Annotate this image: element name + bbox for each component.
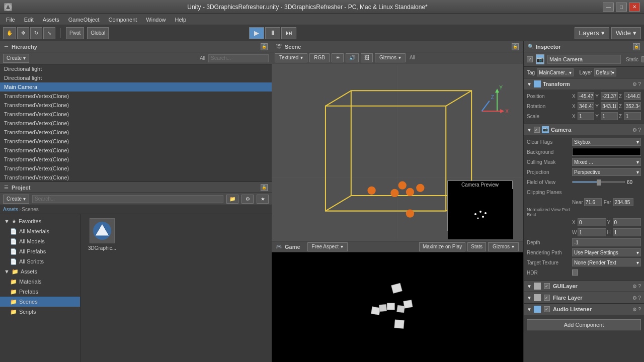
camera-header[interactable]: ▼ 📷 Camera ⚙ ?	[524, 124, 644, 135]
global-button[interactable]: Global	[87, 27, 109, 39]
audio-listener-header[interactable]: ▼ Audio Listener ⚙ ?	[524, 304, 644, 315]
rotation-x-input[interactable]	[578, 102, 594, 110]
near-input[interactable]	[584, 198, 602, 206]
camera-help-icon[interactable]: ?	[638, 127, 641, 133]
project-create-button[interactable]: Create ▾	[3, 195, 29, 204]
scale-y-input[interactable]	[601, 112, 617, 120]
camera-active-checkbox[interactable]	[534, 127, 540, 133]
scene-view-mode-button[interactable]: Textured ▾	[275, 53, 307, 62]
sidebar-all-scripts[interactable]: 📄 All Scripts	[0, 256, 80, 266]
hierarchy-search-input[interactable]	[208, 54, 269, 62]
depth-input[interactable]	[572, 238, 641, 246]
clear-flags-dropdown[interactable]: Skybox ▾	[572, 138, 641, 146]
scale-z-input[interactable]	[624, 112, 641, 120]
sidebar-prefabs[interactable]: 📁 Prefabs	[0, 287, 80, 297]
breadcrumb-scenes[interactable]: Scenes	[22, 207, 38, 212]
scene-lock-button[interactable]: 🔒	[512, 43, 519, 50]
scene-fx-button[interactable]: ☀	[332, 53, 344, 62]
list-item[interactable]: TransformedVertex(Clone)	[0, 173, 272, 182]
list-item[interactable]: TransformedVertex(Clone)	[0, 101, 272, 110]
sidebar-scripts[interactable]: 📁 Scripts	[0, 307, 80, 317]
object-name-input[interactable]	[547, 55, 621, 64]
flarelayer-settings-icon[interactable]: ⚙	[632, 295, 637, 301]
add-component-button[interactable]: Add Component	[527, 319, 641, 330]
layer-dropdown[interactable]: Default▾	[594, 68, 617, 76]
menu-file[interactable]: File	[2, 16, 19, 24]
transform-help-icon[interactable]: ?	[638, 81, 641, 87]
menu-assets[interactable]: Assets	[39, 16, 63, 24]
layers-dropdown[interactable]: Layers ▾	[575, 27, 609, 39]
audio-listener-active-checkbox[interactable]	[544, 306, 550, 312]
scene-audio-button[interactable]: 🔊	[346, 53, 359, 62]
guilayer-header[interactable]: ▼ GUILayer ⚙ ?	[524, 281, 644, 292]
sidebar-assets[interactable]: ▼ 📁 Assets	[0, 266, 80, 277]
list-item[interactable]: TransformedVertex(Clone)	[0, 128, 272, 137]
hierarchy-lock-button[interactable]: 🔒	[261, 43, 268, 50]
list-item[interactable]: TransformedVertex(Clone)	[0, 164, 272, 173]
step-button[interactable]: ⏭	[281, 27, 296, 39]
stats-button[interactable]: Stats	[467, 242, 486, 251]
guilayer-settings-icon[interactable]: ⚙	[632, 284, 637, 289]
background-color-field[interactable]	[572, 148, 641, 156]
transform-header[interactable]: ▼ Transform ⚙ ?	[524, 78, 644, 89]
list-item[interactable]: TransformedVertex(Clone)	[0, 146, 272, 155]
pause-button[interactable]: ⏸	[265, 27, 280, 39]
list-item[interactable]: TransformedVertex(Clone)	[0, 137, 272, 146]
menu-window[interactable]: Window	[142, 16, 170, 24]
culling-mask-dropdown[interactable]: Mixed ... ▾	[572, 158, 641, 166]
scale-x-input[interactable]	[578, 112, 594, 120]
camera-settings-icon[interactable]: ⚙	[632, 127, 637, 133]
projection-dropdown[interactable]: Perspective ▾	[572, 168, 641, 176]
guilayer-active-checkbox[interactable]	[544, 283, 550, 289]
list-item-main-camera[interactable]: Main Camera	[0, 82, 272, 92]
scale-tool-button[interactable]: ⤡	[43, 27, 55, 39]
viewport-y-input[interactable]	[613, 218, 641, 226]
sidebar-all-prefabs[interactable]: 📄 All Prefabs	[0, 246, 80, 256]
rotation-y-input[interactable]	[601, 102, 617, 110]
rendering-path-dropdown[interactable]: Use Player Settings ▾	[572, 248, 641, 256]
menu-component[interactable]: Component	[104, 16, 141, 24]
scene-color-mode-button[interactable]: RGB	[309, 53, 330, 62]
menu-edit[interactable]: Edit	[20, 16, 38, 24]
project-folder-button[interactable]: 📁	[226, 195, 238, 204]
minimize-button[interactable]: —	[603, 3, 614, 12]
audio-listener-help-icon[interactable]: ?	[638, 307, 641, 312]
static-checkbox[interactable]	[641, 56, 644, 62]
project-settings-button[interactable]: ⚙	[242, 195, 254, 204]
position-x-input[interactable]	[578, 92, 594, 100]
position-y-input[interactable]	[601, 92, 617, 100]
rotation-z-input[interactable]	[624, 102, 641, 110]
scene-img-button[interactable]: 🖼	[361, 53, 373, 62]
list-item[interactable]: TransformedVertex(Clone)	[0, 92, 272, 101]
pivot-button[interactable]: Pivot	[66, 27, 84, 39]
audio-listener-settings-icon[interactable]: ⚙	[632, 307, 637, 312]
fov-slider-track[interactable]	[572, 181, 625, 183]
breadcrumb-assets[interactable]: Assets	[3, 207, 18, 212]
list-item[interactable]: Directional light	[0, 64, 272, 73]
menu-gameobject[interactable]: GameObject	[64, 16, 104, 24]
rotate-tool-button[interactable]: ↻	[30, 27, 42, 39]
object-active-checkbox[interactable]	[527, 56, 533, 62]
object-icon[interactable]: 📷	[536, 54, 544, 64]
menu-help[interactable]: Help	[171, 16, 190, 24]
layout-dropdown[interactable]: Wide ▾	[611, 27, 641, 39]
move-tool-button[interactable]: ✥	[17, 27, 29, 39]
viewport-w-input[interactable]	[578, 228, 606, 236]
guilayer-help-icon[interactable]: ?	[638, 284, 641, 289]
flarelayer-active-checkbox[interactable]	[544, 295, 550, 301]
project-lock-button[interactable]: 🔒	[261, 184, 268, 191]
viewport-x-input[interactable]	[578, 218, 606, 226]
position-z-input[interactable]	[624, 92, 641, 100]
sidebar-scenes[interactable]: 📁 Scenes	[0, 297, 80, 307]
scene-canvas[interactable]: Y X Z Camera Preview	[272, 63, 523, 241]
list-item[interactable]: TransformedVertex(Clone)	[0, 119, 272, 128]
list-item[interactable]: Directional light	[0, 73, 272, 82]
transform-settings-icon[interactable]: ⚙	[632, 81, 637, 87]
project-star-button[interactable]: ★	[257, 195, 269, 204]
list-item[interactable]: 3DGraphic...	[85, 218, 120, 251]
play-button[interactable]: ▶	[249, 27, 264, 39]
project-search-input[interactable]	[32, 195, 223, 203]
tag-dropdown[interactable]: MainCamer...▾	[537, 68, 573, 76]
far-input[interactable]	[613, 198, 633, 206]
game-aspect-button[interactable]: Free Aspect ▾	[307, 242, 348, 251]
